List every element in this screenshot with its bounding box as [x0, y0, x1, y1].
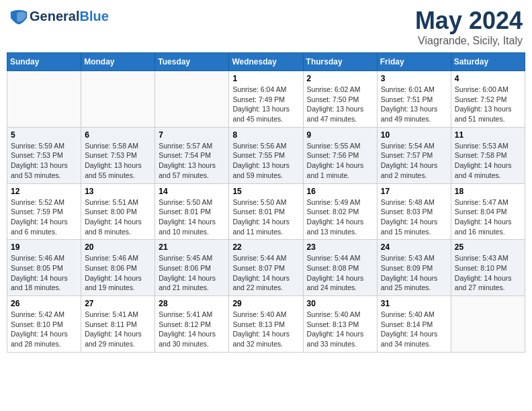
day-number: 31	[381, 299, 447, 308]
calendar-cell: 3Sunrise: 6:01 AMSunset: 7:51 PMDaylight…	[377, 71, 451, 128]
day-info: Sunrise: 5:55 AMSunset: 7:56 PMDaylight:…	[307, 141, 373, 181]
calendar-cell: 10Sunrise: 5:54 AMSunset: 7:57 PMDayligh…	[377, 127, 451, 183]
day-number: 21	[159, 242, 225, 252]
calendar-cell: 24Sunrise: 5:43 AMSunset: 8:09 PMDayligh…	[377, 240, 451, 296]
day-number: 29	[232, 299, 299, 308]
day-info: Sunrise: 5:48 AMSunset: 8:03 PMDaylight:…	[381, 197, 447, 237]
calendar-cell: 16Sunrise: 5:49 AMSunset: 8:02 PMDayligh…	[303, 183, 377, 240]
day-info: Sunrise: 5:40 AMSunset: 8:13 PMDaylight:…	[232, 310, 299, 349]
calendar-cell: 21Sunrise: 5:45 AMSunset: 8:06 PMDayligh…	[155, 240, 229, 296]
day-info: Sunrise: 5:41 AMSunset: 8:12 PMDaylight:…	[159, 310, 225, 349]
day-info: Sunrise: 6:00 AMSunset: 7:52 PMDaylight:…	[455, 85, 521, 124]
week-row-2: 5Sunrise: 5:59 AMSunset: 7:53 PMDaylight…	[7, 127, 525, 183]
calendar-cell: 20Sunrise: 5:46 AMSunset: 8:06 PMDayligh…	[81, 240, 155, 296]
day-number: 16	[307, 187, 373, 196]
day-number: 5	[11, 130, 77, 140]
calendar-cell	[155, 71, 229, 128]
day-info: Sunrise: 5:42 AMSunset: 8:10 PMDaylight:…	[11, 310, 77, 349]
day-number: 9	[307, 130, 373, 140]
day-number: 28	[159, 299, 225, 308]
day-info: Sunrise: 5:43 AMSunset: 8:10 PMDaylight:…	[455, 253, 521, 293]
day-number: 10	[381, 130, 447, 140]
calendar-cell: 15Sunrise: 5:50 AMSunset: 8:01 PMDayligh…	[229, 183, 303, 240]
calendar-cell	[81, 71, 155, 128]
day-number: 24	[381, 242, 447, 252]
day-number: 14	[159, 187, 225, 196]
calendar-table: Sunday Monday Tuesday Wednesday Thursday…	[7, 52, 525, 353]
day-number: 7	[159, 130, 225, 140]
calendar-cell: 8Sunrise: 5:56 AMSunset: 7:55 PMDaylight…	[229, 127, 303, 183]
day-info: Sunrise: 5:50 AMSunset: 8:01 PMDaylight:…	[159, 197, 225, 237]
calendar-cell: 14Sunrise: 5:50 AMSunset: 8:01 PMDayligh…	[155, 183, 229, 240]
page-header: GeneralBlue May 2024 Viagrande, Sicily, …	[7, 7, 525, 47]
col-friday: Friday	[377, 53, 451, 71]
day-number: 6	[85, 130, 151, 140]
day-number: 19	[11, 242, 77, 252]
day-number: 15	[232, 187, 299, 196]
calendar-cell: 25Sunrise: 5:43 AMSunset: 8:10 PMDayligh…	[451, 240, 525, 296]
day-number: 30	[307, 299, 373, 308]
calendar-cell: 5Sunrise: 5:59 AMSunset: 7:53 PMDaylight…	[7, 127, 81, 183]
day-number: 18	[455, 187, 521, 196]
calendar-cell: 26Sunrise: 5:42 AMSunset: 8:10 PMDayligh…	[7, 296, 81, 353]
day-number: 1	[232, 74, 299, 83]
day-number: 23	[307, 242, 373, 252]
col-sunday: Sunday	[7, 53, 81, 71]
week-row-1: 1Sunrise: 6:04 AMSunset: 7:49 PMDaylight…	[7, 71, 525, 128]
day-info: Sunrise: 5:59 AMSunset: 7:53 PMDaylight:…	[11, 141, 77, 181]
location-title: Viagrande, Sicily, Italy	[415, 35, 523, 47]
day-info: Sunrise: 5:47 AMSunset: 8:04 PMDaylight:…	[455, 197, 521, 237]
calendar-cell: 9Sunrise: 5:55 AMSunset: 7:56 PMDaylight…	[303, 127, 377, 183]
day-info: Sunrise: 6:01 AMSunset: 7:51 PMDaylight:…	[381, 85, 447, 124]
month-title: May 2024	[415, 7, 523, 35]
col-saturday: Saturday	[451, 53, 525, 71]
day-number: 8	[232, 130, 299, 140]
logo: GeneralBlue	[9, 7, 109, 26]
col-monday: Monday	[81, 53, 155, 71]
calendar-cell: 27Sunrise: 5:41 AMSunset: 8:11 PMDayligh…	[81, 296, 155, 353]
day-info: Sunrise: 5:58 AMSunset: 7:53 PMDaylight:…	[85, 141, 151, 181]
day-info: Sunrise: 5:52 AMSunset: 7:59 PMDaylight:…	[11, 197, 77, 237]
week-row-3: 12Sunrise: 5:52 AMSunset: 7:59 PMDayligh…	[7, 183, 525, 240]
day-info: Sunrise: 5:51 AMSunset: 8:00 PMDaylight:…	[85, 197, 151, 237]
day-info: Sunrise: 5:57 AMSunset: 7:54 PMDaylight:…	[159, 141, 225, 181]
day-info: Sunrise: 5:49 AMSunset: 8:02 PMDaylight:…	[307, 197, 373, 237]
day-info: Sunrise: 5:46 AMSunset: 8:06 PMDaylight:…	[85, 253, 151, 293]
day-info: Sunrise: 5:56 AMSunset: 7:55 PMDaylight:…	[232, 141, 299, 181]
day-info: Sunrise: 5:40 AMSunset: 8:13 PMDaylight:…	[307, 310, 373, 349]
logo-text: GeneralBlue	[30, 9, 109, 24]
day-number: 27	[85, 299, 151, 308]
calendar-cell: 30Sunrise: 5:40 AMSunset: 8:13 PMDayligh…	[303, 296, 377, 353]
day-number: 4	[455, 74, 521, 83]
day-info: Sunrise: 5:50 AMSunset: 8:01 PMDaylight:…	[232, 197, 299, 237]
calendar-cell: 23Sunrise: 5:44 AMSunset: 8:08 PMDayligh…	[303, 240, 377, 296]
day-info: Sunrise: 5:44 AMSunset: 8:07 PMDaylight:…	[232, 253, 299, 293]
week-row-5: 26Sunrise: 5:42 AMSunset: 8:10 PMDayligh…	[7, 296, 525, 353]
calendar-cell	[451, 296, 525, 353]
day-number: 17	[381, 187, 447, 196]
calendar-cell: 2Sunrise: 6:02 AMSunset: 7:50 PMDaylight…	[303, 71, 377, 128]
day-number: 2	[307, 74, 373, 83]
calendar-cell: 29Sunrise: 5:40 AMSunset: 8:13 PMDayligh…	[229, 296, 303, 353]
calendar-cell: 7Sunrise: 5:57 AMSunset: 7:54 PMDaylight…	[155, 127, 229, 183]
logo-icon	[9, 7, 28, 26]
day-number: 25	[455, 242, 521, 252]
day-number: 13	[85, 187, 151, 196]
day-number: 22	[232, 242, 299, 252]
calendar-cell: 13Sunrise: 5:51 AMSunset: 8:00 PMDayligh…	[81, 183, 155, 240]
calendar-cell: 17Sunrise: 5:48 AMSunset: 8:03 PMDayligh…	[377, 183, 451, 240]
day-number: 20	[85, 242, 151, 252]
calendar-cell: 1Sunrise: 6:04 AMSunset: 7:49 PMDaylight…	[229, 71, 303, 128]
calendar-cell	[7, 71, 81, 128]
calendar-cell: 31Sunrise: 5:40 AMSunset: 8:14 PMDayligh…	[377, 296, 451, 353]
day-info: Sunrise: 5:53 AMSunset: 7:58 PMDaylight:…	[455, 141, 521, 181]
day-info: Sunrise: 5:43 AMSunset: 8:09 PMDaylight:…	[381, 253, 447, 293]
day-info: Sunrise: 6:02 AMSunset: 7:50 PMDaylight:…	[307, 85, 373, 124]
calendar-cell: 18Sunrise: 5:47 AMSunset: 8:04 PMDayligh…	[451, 183, 525, 240]
day-number: 3	[381, 74, 447, 83]
day-info: Sunrise: 5:46 AMSunset: 8:05 PMDaylight:…	[11, 253, 77, 293]
calendar-cell: 22Sunrise: 5:44 AMSunset: 8:07 PMDayligh…	[229, 240, 303, 296]
day-number: 26	[11, 299, 77, 308]
col-tuesday: Tuesday	[155, 53, 229, 71]
calendar-cell: 4Sunrise: 6:00 AMSunset: 7:52 PMDaylight…	[451, 71, 525, 128]
